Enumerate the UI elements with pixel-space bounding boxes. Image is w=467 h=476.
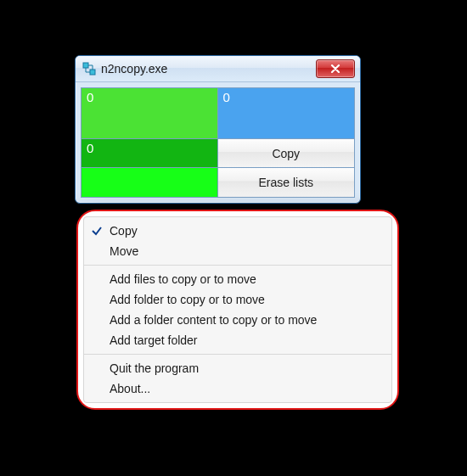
menu-item-add-folder[interactable]: Add folder to copy or to move [84, 289, 391, 310]
menu-group-add: Add files to copy or to move Add folder … [84, 265, 391, 350]
panel-source-files[interactable]: 0 [82, 88, 218, 139]
svg-rect-0 [83, 63, 88, 68]
menu-item-quit[interactable]: Quit the program [84, 358, 391, 378]
count-source-files: 0 [87, 90, 93, 104]
app-icon [82, 62, 96, 76]
menu-label: Add folder to copy or to move [110, 293, 381, 306]
menu-label: Copy [110, 224, 381, 238]
check-icon [84, 225, 110, 237]
menu-item-add-files[interactable]: Add files to copy or to move [84, 269, 391, 289]
panel-progress[interactable] [82, 168, 218, 197]
menu-item-add-target-folder[interactable]: Add target folder [84, 330, 391, 350]
copy-button[interactable]: Copy [218, 139, 355, 168]
count-source-folders: 0 [87, 141, 93, 155]
context-menu: Copy Move Add files to copy or to move A… [83, 216, 392, 403]
menu-label: Move [110, 244, 381, 258]
count-target: 0 [223, 90, 230, 104]
context-menu-highlight: Copy Move Add files to copy or to move A… [76, 210, 399, 410]
menu-label: Add target folder [110, 333, 381, 347]
svg-rect-1 [90, 70, 95, 75]
erase-button-label: Erase lists [258, 176, 313, 189]
menu-item-add-folder-content[interactable]: Add a folder content to copy or to move [84, 310, 391, 330]
menu-label: About... [110, 382, 381, 395]
menu-item-move[interactable]: Move [84, 241, 391, 261]
close-button[interactable] [316, 59, 355, 78]
titlebar[interactable]: n2ncopy.exe [76, 56, 360, 82]
menu-label: Add a folder content to copy or to move [110, 313, 381, 327]
close-icon [330, 64, 340, 73]
panel-grid: 0 0 0 Copy Erase lists [81, 87, 355, 198]
app-window: n2ncopy.exe 0 0 0 Copy [75, 55, 361, 204]
copy-button-label: Copy [272, 147, 300, 160]
menu-item-copy[interactable]: Copy [84, 221, 391, 241]
erase-button[interactable]: Erase lists [218, 168, 355, 197]
client-area: 0 0 0 Copy Erase lists [76, 82, 360, 203]
menu-label: Quit the program [110, 361, 381, 375]
menu-group-app: Quit the program About... [84, 354, 391, 399]
panel-source-folders[interactable]: 0 [82, 139, 218, 168]
window-title: n2ncopy.exe [101, 62, 316, 76]
panel-target[interactable]: 0 [218, 88, 355, 139]
menu-label: Add files to copy or to move [110, 272, 381, 286]
menu-item-about[interactable]: About... [84, 378, 391, 399]
menu-group-mode: Copy Move [84, 221, 391, 261]
